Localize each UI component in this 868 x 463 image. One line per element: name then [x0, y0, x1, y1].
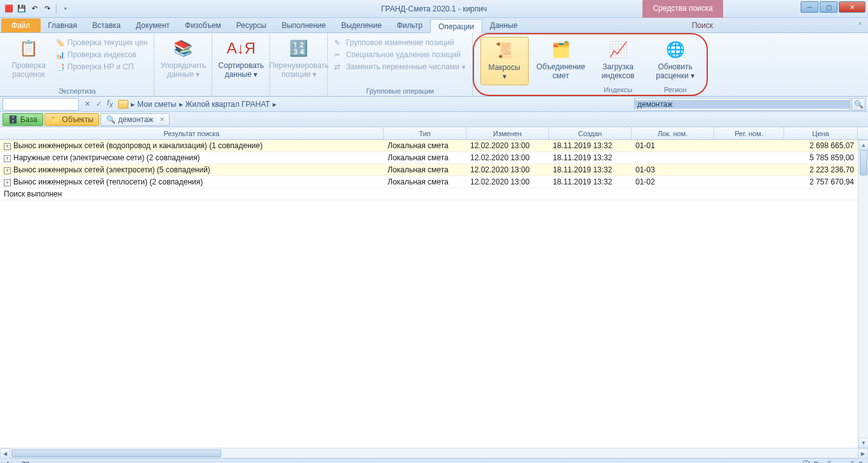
search-done-text: Поиск выполнен — [0, 190, 384, 198]
zagruzka-indeksov-button[interactable]: 📈 Загрузка индексов — [593, 37, 643, 85]
status-messages: Сообщений: 0 — [813, 460, 863, 464]
obnovit-rastsenki-button[interactable]: 🌐 Обновить расценки ▾ — [651, 37, 700, 85]
tab-resursy[interactable]: Ресурсы — [229, 18, 274, 32]
file-tab[interactable]: Файл — [1, 18, 41, 32]
window-title: ГРАНД-Смета 2020.1 - кирпич — [381, 4, 487, 13]
search-field[interactable] — [634, 98, 850, 111]
close-icon[interactable]: × — [159, 115, 164, 124]
col-regnom[interactable]: Рег. ном. — [714, 127, 784, 139]
breadcrumb-item[interactable]: Жилой квартал ГРАНАТ — [186, 100, 270, 109]
tab-poisk[interactable]: Поиск — [684, 18, 721, 32]
tab-vstavka[interactable]: Вставка — [85, 18, 128, 32]
search-button[interactable]: 🔍 — [851, 98, 865, 111]
table-row[interactable]: +Вынос инженерных сетей (водопровод и ка… — [0, 140, 868, 152]
status-left: 4 из 79 — [5, 460, 30, 464]
horizontal-scrollbar[interactable]: ◀ ▶ — [0, 448, 868, 458]
expand-icon[interactable]: + — [4, 155, 11, 162]
fx-icon[interactable]: fx — [104, 99, 116, 110]
makrosy-button[interactable]: 📜 Макросы▾ — [480, 37, 529, 85]
ribbon: 📋 Проверка расценок 🏷️Проверка текущих ц… — [0, 33, 868, 97]
nrsp-check-icon: 📑 — [56, 62, 65, 71]
expand-icon[interactable]: + — [4, 179, 11, 186]
group-label-ekspertiza: Экспертиза — [4, 86, 150, 96]
perenumerovat-button[interactable]: 🔢 Перенумеровать позиции ▾ — [274, 36, 323, 86]
info-icon: ⓘ — [803, 459, 810, 463]
expand-icon[interactable]: + — [4, 167, 11, 174]
col-result[interactable]: Результат поиска — [0, 127, 384, 139]
minimize-button[interactable]: ─ — [801, 1, 818, 13]
col-created[interactable]: Создан — [549, 127, 632, 139]
tab-obekty[interactable]: 📁Объекты — [44, 113, 100, 126]
ribbon-group-region: 🌐 Обновить расценки ▾ Регион — [647, 34, 704, 95]
context-tab-search-tools[interactable]: Средства поиска — [642, 0, 723, 18]
tab-glavnaya[interactable]: Главная — [41, 18, 85, 32]
scroll-right-icon[interactable]: ▶ — [858, 448, 868, 459]
proverka-rastsenok-button[interactable]: 📋 Проверка расценок — [4, 36, 53, 86]
window-controls: ─ ▢ ✕ — [801, 1, 865, 13]
folder-icon: 📁 — [50, 115, 60, 124]
sort-icon: А↓Я — [231, 38, 251, 59]
scroll-thumb[interactable] — [860, 150, 867, 176]
tab-dokument[interactable]: Документ — [128, 18, 177, 32]
sortirovat-dannye-button[interactable]: А↓Я Сортировать данные ▾ — [216, 36, 266, 86]
proverka-nr-sp[interactable]: 📑Проверка НР и СП — [53, 61, 150, 73]
group-edit-icon: ✎ — [334, 38, 343, 47]
close-button[interactable]: ✕ — [839, 1, 865, 13]
tab-fizobem[interactable]: Физобъем — [177, 18, 229, 32]
cancel-formula-icon[interactable]: ✕ — [81, 99, 93, 110]
expand-icon[interactable]: + — [4, 143, 11, 150]
save-icon[interactable]: 💾 — [17, 4, 27, 14]
tab-search-result[interactable]: 🔍демонтаж× — [100, 113, 170, 126]
search-input[interactable] — [635, 100, 850, 109]
ribbon-group-ekspertiza: 📋 Проверка расценок 🏷️Проверка текущих ц… — [0, 33, 154, 96]
tab-operatsii[interactable]: Операции — [430, 19, 482, 33]
index-check-icon: 📊 — [56, 50, 65, 59]
qat-dropdown-icon[interactable]: ▾ — [60, 4, 71, 14]
app-icon: 🟥 — [4, 4, 14, 14]
col-price[interactable]: Цена — [784, 127, 858, 139]
special-delete-icon: ✂ — [334, 50, 343, 59]
maximize-button[interactable]: ▢ — [820, 1, 837, 13]
undo-icon[interactable]: ↶ — [29, 4, 39, 14]
tab-filtr[interactable]: Фильтр — [390, 18, 430, 32]
obedinenie-smet-button[interactable]: 🗂️ Объединение смет — [536, 37, 586, 85]
scroll-down-icon[interactable]: ▼ — [858, 438, 868, 448]
price-check-icon: 🏷️ — [56, 38, 65, 47]
col-modified[interactable]: Изменен — [466, 127, 549, 139]
vertical-scrollbar[interactable]: ▲ ▼ — [858, 140, 868, 448]
scroll-up-icon[interactable]: ▲ — [858, 140, 868, 150]
refresh-region-icon: 🌐 — [665, 39, 686, 60]
col-type[interactable]: Тип — [384, 127, 466, 139]
table-row[interactable]: +Наружные сети (электрические сети) (2 с… — [0, 152, 868, 164]
macros-icon: 📜 — [494, 40, 515, 60]
tab-baza[interactable]: 🗄️База — [3, 113, 43, 126]
tab-vypolnenie[interactable]: Выполнение — [274, 18, 334, 32]
merge-icon: 🗂️ — [551, 39, 571, 60]
proverka-indeksov[interactable]: 📊Проверка индексов — [53, 49, 150, 60]
hscroll-thumb[interactable] — [11, 450, 221, 457]
col-loknom[interactable]: Лок. ном. — [632, 127, 714, 139]
renumber-icon: 🔢 — [288, 38, 309, 59]
name-box[interactable] — [3, 98, 79, 111]
breadcrumb-sep: ▸ — [273, 100, 276, 109]
tab-vydelenie[interactable]: Выделение — [334, 18, 390, 32]
breadcrumb-item[interactable]: Мои сметы — [137, 100, 177, 109]
ribbon-tabstrip: Файл Главная Вставка Документ Физобъем Р… — [0, 18, 868, 33]
table-row[interactable]: +Вынос инженерных сетей (теплосети) (2 с… — [0, 176, 868, 188]
accept-formula-icon[interactable]: ✓ — [93, 99, 104, 110]
uporyadochit-dannye-button[interactable]: 📚 Упорядочить данные ▾ — [158, 36, 208, 86]
proverka-tekushchikh-tsen[interactable]: 🏷️Проверка текущих цен — [53, 37, 150, 48]
spetsialnoe-udalenie[interactable]: ✂Специальное удаление позиций — [332, 49, 468, 60]
grid-header: Результат поиска Тип Изменен Создан Лок.… — [0, 127, 868, 140]
check-doc-icon: 📋 — [18, 38, 39, 59]
scroll-left-icon[interactable]: ◀ — [0, 448, 10, 459]
ribbon-collapse-icon[interactable]: ^ — [858, 22, 862, 29]
gruppovoe-izmenenie[interactable]: ✎Групповое изменение позиций — [332, 37, 468, 48]
zamenit-peremennye[interactable]: ⇄Заменить переменные числами ▾ — [332, 61, 468, 73]
formula-bar: ✕ ✓ fx ▸ Мои сметы ▸ Жилой квартал ГРАНА… — [0, 97, 868, 112]
table-row[interactable]: +Вынос инженерных сетей (электросети) (5… — [0, 164, 868, 176]
object-tabs: 🗄️База 📁Объекты 🔍демонтаж× — [0, 112, 868, 127]
search-done-row: Поиск выполнен — [0, 188, 868, 200]
tab-dannye[interactable]: Данные — [482, 18, 525, 32]
redo-icon[interactable]: ↷ — [42, 4, 52, 14]
